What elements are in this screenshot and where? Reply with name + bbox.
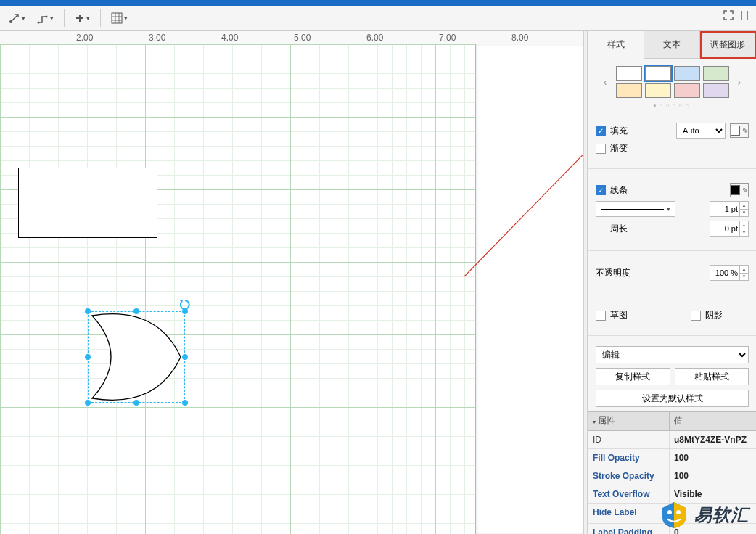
ruler-tick: 4.00 [221,33,238,43]
line-width-input[interactable]: ▲▼ [710,201,749,217]
prop-label: Label Padding [588,524,670,534]
resize-handle[interactable] [85,308,91,314]
resize-handle[interactable] [182,354,188,360]
ruler-tick: 7.00 [439,33,456,43]
toolbar-separator [100,9,101,27]
watermark: 易软汇 [660,501,749,530]
connector-tool[interactable] [4,9,30,28]
opacity-input[interactable]: ▲▼ [710,265,749,281]
panel-tabs: 样式 文本 调整图形 [588,31,756,59]
copy-style-button[interactable]: 复制样式 [596,368,670,385]
svg-point-7 [676,510,681,514]
shape-crescent-icon [88,311,185,403]
swatch[interactable] [674,66,700,81]
shadow-checkbox[interactable] [691,311,701,321]
watermark-logo-icon [660,501,689,530]
ruler-tick: 5.00 [294,33,311,43]
swatch-dots: ●○○○○○ [588,99,756,115]
swatch[interactable] [703,83,729,98]
edit-select[interactable]: 编辑 [596,346,749,363]
swatch[interactable] [645,66,671,81]
resize-handle[interactable] [182,400,188,406]
gradient-label: 渐变 [610,142,628,155]
sketch-label: 草图 [610,309,628,321]
table-tool[interactable] [107,9,132,28]
resize-handle[interactable] [182,308,188,314]
ruler-horizontal: 2.00 3.00 4.00 5.00 6.00 7.00 8.00 [0,31,583,44]
fill-checkbox[interactable]: ✓ [596,126,606,136]
prop-label: Stroke Opacity [588,467,670,485]
prop-label: ID [588,431,670,448]
fill-label: 填充 [610,125,628,137]
page-boundary [475,44,583,534]
tab-text[interactable]: 文本 [644,31,700,59]
rotate-handle-icon[interactable] [180,300,189,308]
swatch-nav: ‹ › [588,59,756,99]
line-style-select[interactable]: ▾ [596,201,675,217]
prop-label: Text Overflow [588,485,670,503]
swatch[interactable] [703,66,729,81]
waypoint-tool[interactable] [33,9,58,28]
prop-label: Fill Opacity [588,449,670,467]
ruler-tick: 2.00 [76,33,93,43]
insert-tool[interactable] [70,9,94,28]
perimeter-input[interactable]: ▲▼ [710,221,749,237]
ruler-tick: 8.00 [511,33,528,43]
sketch-checkbox[interactable] [596,311,606,321]
toolbar [0,6,756,31]
perimeter-label: 周长 [610,223,628,235]
line-color-picker[interactable]: ✎ [730,183,749,197]
fill-color-picker[interactable]: ✎ [730,123,749,138]
titlebar [0,0,756,6]
tab-style[interactable]: 样式 [588,31,644,59]
line-checkbox[interactable]: ✓ [596,185,606,195]
svg-rect-3 [112,13,122,23]
set-default-style-button[interactable]: 设置为默认样式 [596,390,749,407]
canvas[interactable] [0,44,583,534]
toolbar-separator [64,9,65,27]
swatch[interactable] [616,66,642,81]
resize-handle[interactable] [85,400,91,406]
ruler-tick: 3.00 [149,33,165,43]
prop-value[interactable]: u8MtYZ4ZE-VnPZ [670,431,756,448]
paste-style-button[interactable]: 粘贴样式 [675,368,749,385]
shadow-label: 阴影 [705,309,723,321]
resize-handle[interactable] [133,400,139,406]
swatch-prev-icon[interactable]: ‹ [599,76,612,88]
prop-value[interactable]: 100 [670,449,756,467]
line-label: 线条 [610,184,628,197]
svg-point-6 [667,510,672,514]
opacity-label: 不透明度 [596,267,630,279]
shape-rectangle[interactable] [18,168,157,238]
gradient-checkbox[interactable] [596,144,606,154]
prop-label: Hide Label [588,504,670,523]
collapse-panel-icon[interactable] [739,9,750,21]
props-attr-header: 属性 [598,416,615,426]
fullscreen-icon[interactable] [723,9,734,21]
svg-point-1 [38,22,40,24]
canvas-area: 2.00 3.00 4.00 5.00 6.00 7.00 8.00 [0,31,583,534]
svg-point-2 [46,16,48,18]
fill-mode-select[interactable]: Auto [676,123,726,139]
tab-arrange[interactable]: 调整图形 [700,31,756,59]
props-val-header: 值 [670,412,756,430]
swatch-next-icon[interactable]: › [734,76,746,88]
right-panel: 样式 文本 调整图形 ‹ [588,31,756,534]
ruler-tick: 6.00 [366,33,383,43]
resize-handle[interactable] [133,308,139,314]
swatch[interactable] [674,83,700,98]
swatch[interactable] [645,83,671,98]
prop-value[interactable]: 100 [670,467,756,485]
swatch[interactable] [616,83,642,98]
panel-body: ‹ › ●○○○○○ [588,59,756,534]
watermark-text: 易软汇 [694,504,749,527]
shape-selected[interactable] [88,311,185,403]
resize-handle[interactable] [85,354,91,360]
main-area: 2.00 3.00 4.00 5.00 6.00 7.00 8.00 [0,31,756,534]
